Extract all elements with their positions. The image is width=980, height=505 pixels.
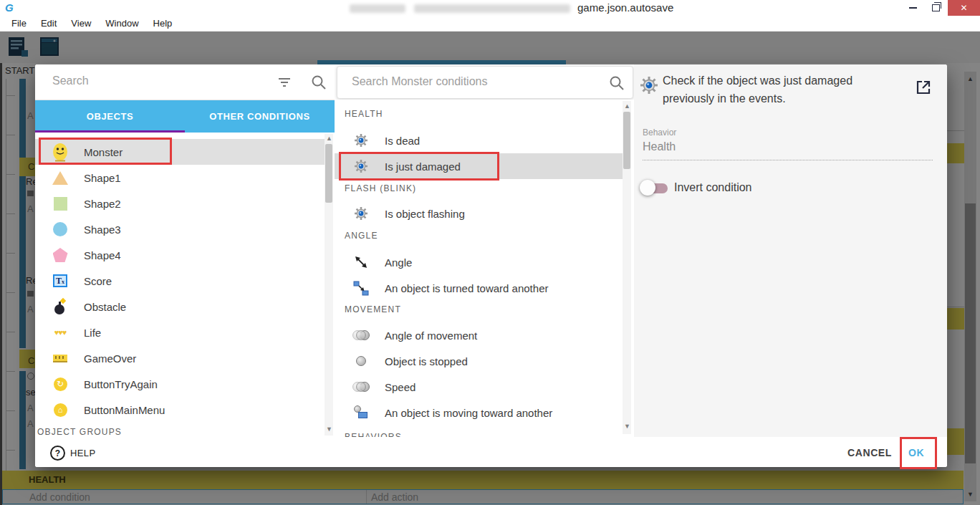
condition-detail-panel: Check if the object was just damaged pre… — [634, 64, 947, 437]
menu-edit[interactable]: Edit — [34, 16, 64, 31]
condition-is-object-flashing[interactable]: Is object flashing — [335, 201, 623, 226]
menu-window[interactable]: Window — [98, 16, 145, 31]
bomb-icon — [49, 299, 71, 314]
minimize-icon — [909, 7, 917, 9]
window-title: game.json.autosave — [577, 1, 673, 14]
help-button[interactable]: ? HELP — [50, 446, 96, 461]
search-icon[interactable] — [608, 74, 625, 92]
object-row-life[interactable]: ♥♥♥ Life — [35, 319, 325, 345]
circle-icon — [49, 222, 71, 236]
close-button[interactable]: ✕ — [948, 0, 980, 16]
behavior-field-label: Behavior — [643, 128, 676, 138]
condition-angle[interactable]: Angle — [335, 249, 623, 275]
object-row-shape1[interactable]: Shape1 — [35, 165, 325, 191]
behavior-gear-icon — [350, 133, 372, 148]
home-button-icon: ⌂ — [49, 403, 71, 417]
close-icon: ✕ — [960, 3, 967, 13]
condition-object-stopped[interactable]: Object is stopped — [335, 348, 623, 374]
invert-toggle-thumb[interactable] — [640, 180, 655, 196]
menu-bar: File Edit View Window Help — [0, 16, 980, 32]
stopped-circle-icon — [350, 356, 372, 366]
menu-file[interactable]: File — [4, 16, 34, 31]
condition-search-bar — [337, 66, 633, 99]
section-header-health: HEALTH — [345, 107, 383, 121]
conditions-panel: HEALTH Is dead Is just damaged FLASH (BL… — [335, 64, 634, 467]
pentagon-icon — [49, 248, 71, 262]
condition-moving-toward[interactable]: An object is moving toward another — [335, 400, 623, 425]
square-icon — [49, 197, 71, 211]
retry-button-icon: ↻ — [49, 377, 71, 391]
section-header-behaviors: BEHAVIORS — [345, 430, 402, 437]
search-icon[interactable] — [310, 74, 327, 91]
restore-button[interactable] — [924, 0, 947, 16]
scrollbar-thumb[interactable] — [623, 112, 630, 169]
behavior-gear-icon — [640, 76, 658, 97]
turned-toward-icon — [350, 280, 372, 296]
object-row-shape4[interactable]: Shape4 — [35, 242, 325, 268]
behavior-field-value[interactable]: Health — [643, 140, 676, 153]
scroll-down-icon[interactable]: ▼ — [624, 423, 630, 430]
tab-other-conditions[interactable]: OTHER CONDITIONS — [185, 100, 335, 133]
moving-circles-icon — [350, 382, 372, 392]
dialog-footer: ? HELP CANCEL OK — [35, 437, 947, 467]
menu-help[interactable]: Help — [146, 16, 180, 31]
section-header-angle: ANGLE — [345, 229, 378, 243]
instruction-editor-dialog: OBJECTS OTHER CONDITIONS Monster Sha — [35, 64, 947, 467]
condition-search-input[interactable] — [350, 74, 590, 89]
scroll-down-icon[interactable]: ▼ — [326, 426, 332, 433]
condition-turned-toward[interactable]: An object is turned toward another — [335, 275, 623, 301]
menu-view[interactable]: View — [64, 16, 98, 31]
annotation-monster — [39, 138, 172, 165]
gdevelop-logo-icon: G — [5, 1, 14, 14]
section-header-movement: MOVEMENT — [345, 302, 401, 317]
title-redacted-segment — [414, 4, 570, 13]
title-redacted-segment — [350, 4, 405, 13]
banner-icon — [49, 355, 71, 362]
help-icon: ? — [50, 446, 65, 461]
invert-condition-label: Invert condition — [674, 181, 752, 194]
objects-scrollbar[interactable]: ▲ ▼ — [325, 134, 333, 436]
cancel-button[interactable]: CANCEL — [847, 447, 892, 458]
selector-tabs: OBJECTS OTHER CONDITIONS — [35, 100, 335, 133]
condition-angle-of-movement[interactable]: Angle of movement — [335, 322, 623, 348]
conditions-list: HEALTH Is dead Is just damaged FLASH (BL… — [335, 100, 634, 437]
condition-is-dead[interactable]: Is dead — [335, 128, 623, 153]
field-underline — [643, 160, 933, 160]
object-groups-header: OBJECT GROUPS — [37, 427, 122, 437]
object-row-obstacle[interactable]: Obstacle — [35, 294, 325, 319]
conditions-scrollbar[interactable]: ▲ ▼ — [623, 101, 631, 434]
annotation-is-just-damaged — [339, 152, 499, 181]
object-row-shape3[interactable]: Shape3 — [35, 216, 325, 242]
tab-objects[interactable]: OBJECTS — [35, 100, 185, 133]
scroll-up-icon[interactable]: ▲ — [624, 103, 630, 110]
hearts-icon: ♥♥♥ — [49, 329, 71, 337]
text-object-icon: Tx — [49, 274, 71, 287]
object-row-gameover[interactable]: GameOver — [35, 345, 325, 371]
open-external-icon[interactable] — [915, 79, 932, 96]
object-row-buttontryagain[interactable]: ↻ ButtonTryAgain — [35, 371, 325, 397]
moving-toward-icon — [350, 405, 372, 420]
object-row-shape2[interactable]: Shape2 — [35, 191, 325, 216]
behavior-gear-icon — [350, 206, 372, 221]
object-search-bar — [35, 64, 335, 100]
object-row-score[interactable]: Tx Score — [35, 268, 325, 294]
minimize-button[interactable] — [901, 0, 924, 16]
objects-list: Monster Shape1 Shape2 Shape3 Shape4 — [35, 133, 335, 437]
scrollbar-thumb[interactable] — [325, 144, 332, 203]
scroll-up-icon[interactable]: ▲ — [326, 135, 332, 142]
annotation-ok — [900, 437, 937, 469]
app-window: G game.json.autosave ✕ File Edit View Wi… — [0, 0, 980, 505]
triangle-icon — [49, 171, 71, 185]
restore-icon — [932, 4, 940, 11]
section-header-flash: FLASH (BLINK) — [345, 181, 416, 196]
moving-circles-icon — [350, 330, 372, 340]
object-search-input[interactable] — [51, 74, 269, 88]
condition-description: Check if the object was just damaged pre… — [663, 72, 878, 107]
object-row-buttonmainmenu[interactable]: ⌂ ButtonMainMenu — [35, 397, 325, 423]
object-selector-panel: OBJECTS OTHER CONDITIONS Monster Sha — [35, 64, 335, 467]
double-arrow-icon — [350, 255, 372, 269]
title-bar: G game.json.autosave ✕ — [0, 0, 980, 16]
filter-icon[interactable] — [277, 76, 292, 89]
condition-speed[interactable]: Speed — [335, 374, 623, 400]
